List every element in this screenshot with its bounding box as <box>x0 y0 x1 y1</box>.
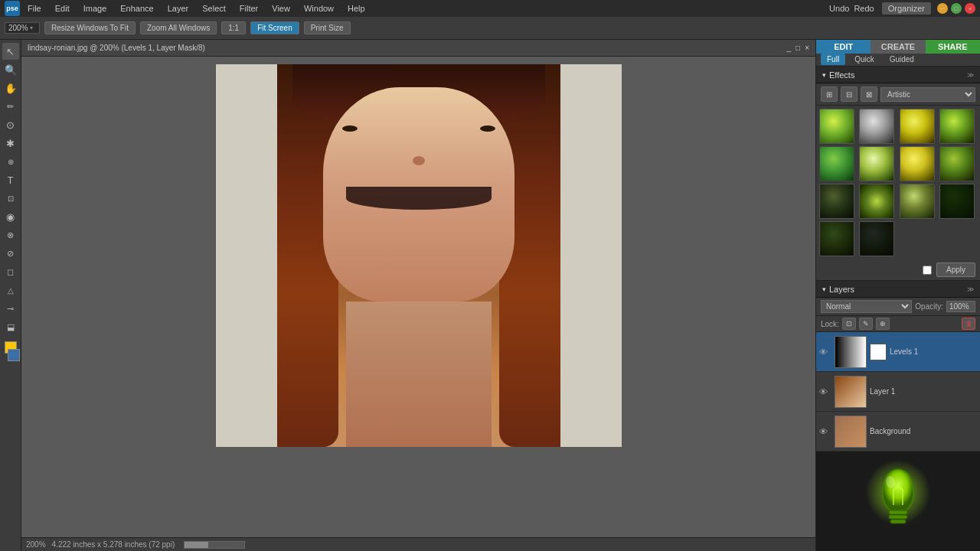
view-modes: Full Quick Guided <box>816 54 980 67</box>
canvas-wrapper[interactable] <box>21 57 815 537</box>
mouth <box>346 187 492 210</box>
shape-tool[interactable]: △ <box>2 282 19 298</box>
effect-thumb-14[interactable] <box>859 221 894 256</box>
effects-panel-toggle[interactable]: ≫ <box>967 71 974 79</box>
tab-share[interactable]: SHARE <box>926 40 980 54</box>
layer-row-levels1[interactable]: 👁 Levels 1 <box>816 332 980 372</box>
hand-tool[interactable]: ✋ <box>2 80 19 96</box>
lock-move-button[interactable]: ⊕ <box>876 318 890 330</box>
healing-tool[interactable]: ⊗ <box>2 227 19 243</box>
blend-mode-select[interactable]: Normal <box>821 300 912 313</box>
color-swatches <box>0 341 21 366</box>
effects-checkbox[interactable] <box>923 266 932 275</box>
layers-header[interactable]: ▾ Layers ≫ <box>816 281 980 298</box>
menu-image[interactable]: Image <box>80 2 110 15</box>
effect-thumb-13[interactable] <box>819 221 854 256</box>
minimize-button[interactable]: − <box>937 3 948 14</box>
zoom-level[interactable]: 200% ▾ <box>5 22 40 34</box>
tab-edit[interactable]: EDIT <box>816 40 871 54</box>
fit-screen-button[interactable]: Fit Screen <box>250 21 299 34</box>
close-button[interactable]: × <box>965 3 975 14</box>
progress-fill <box>185 542 208 548</box>
quick-select-tool[interactable]: ⊕ <box>2 153 19 170</box>
lock-transparent-button[interactable]: ⊡ <box>842 318 856 330</box>
document-title: lindsay-ronian.jpg @ 200% (Levels 1, Lay… <box>28 44 205 52</box>
effects-layer-icon[interactable]: ⊠ <box>861 86 877 102</box>
one-to-one-button[interactable]: 1:1 <box>221 21 246 34</box>
effects-all-icon[interactable]: ⊞ <box>821 86 838 102</box>
menu-help[interactable]: Help <box>345 2 368 15</box>
menu-bar: File Edit Image Enhance Layer Select Fil… <box>24 2 829 15</box>
view-quick[interactable]: Quick <box>848 54 880 65</box>
layer-name-layer1: Layer 1 <box>870 387 977 396</box>
lasso-tool[interactable]: ⊙ <box>2 116 19 133</box>
zoom-tool[interactable]: 🔍 <box>2 61 19 78</box>
menu-edit[interactable]: Edit <box>52 2 73 15</box>
effect-thumb-11[interactable] <box>900 184 935 219</box>
magic-wand-tool[interactable]: ✱ <box>2 135 19 152</box>
clone-tool[interactable]: ⊘ <box>2 245 19 262</box>
effect-thumb-5[interactable] <box>819 146 854 181</box>
layer-visibility-background[interactable]: 👁 <box>819 427 831 436</box>
layer-visibility-levels1[interactable]: 👁 <box>819 347 831 357</box>
background-color[interactable] <box>8 349 20 361</box>
resize-windows-button[interactable]: Resize Windows To Fit <box>44 21 136 34</box>
canvas-image <box>216 64 622 447</box>
maximize-button[interactable]: □ <box>951 3 962 14</box>
menu-file[interactable]: File <box>24 2 44 15</box>
text-tool[interactable]: T <box>2 171 19 188</box>
zoom-all-windows-button[interactable]: Zoom All Windows <box>140 21 217 34</box>
right-panel: EDIT CREATE SHARE Full Quick Guided ▾ Ef… <box>815 40 980 551</box>
paint-bucket-tool[interactable]: ⬓ <box>2 318 19 335</box>
menu-enhance[interactable]: Enhance <box>117 2 156 15</box>
layer-row-layer1[interactable]: 👁 Layer 1 <box>816 372 980 412</box>
undo-button[interactable]: Undo <box>829 4 849 13</box>
effect-thumb-1[interactable] <box>819 109 854 144</box>
tab-create[interactable]: CREATE <box>871 40 925 54</box>
apply-button[interactable]: Apply <box>936 262 975 277</box>
effect-thumb-8[interactable] <box>939 146 975 181</box>
menu-select[interactable]: Select <box>199 2 229 15</box>
effect-thumb-7[interactable] <box>900 146 935 181</box>
delete-layer-button[interactable]: 🗑 <box>962 318 975 330</box>
layers-panel-toggle[interactable]: ≫ <box>967 285 974 293</box>
effect-thumb-3[interactable] <box>900 109 935 144</box>
view-full[interactable]: Full <box>821 54 845 65</box>
eyedropper-tool[interactable]: ⊸ <box>2 300 19 317</box>
doc-close[interactable]: × <box>805 44 809 52</box>
redeye-tool[interactable]: ◉ <box>2 208 19 225</box>
redo-button[interactable]: Redo <box>854 4 874 13</box>
eraser-tool[interactable]: ◻ <box>2 263 19 280</box>
titlebar: pse File Edit Image Enhance Layer Select… <box>0 0 980 17</box>
layers-list: 👁 Levels 1 👁 Layer 1 👁 Ba <box>816 332 980 452</box>
effect-thumb-2[interactable] <box>859 109 894 144</box>
move-tool[interactable]: ↖ <box>2 43 19 60</box>
effects-category-select[interactable]: Artistic <box>880 87 975 102</box>
brush-tool[interactable]: ✏ <box>2 98 19 115</box>
menu-window[interactable]: Window <box>301 2 337 15</box>
crop-tool[interactable]: ⊡ <box>2 190 19 207</box>
effect-thumb-10[interactable] <box>859 184 894 219</box>
layer-row-background[interactable]: 👁 Background <box>816 412 980 452</box>
effect-thumb-12[interactable] <box>939 184 975 219</box>
effect-thumb-4[interactable] <box>939 109 975 144</box>
effects-panel: ▾ Effects ≫ ⊞ ⊟ ⊠ Artistic <box>816 67 980 281</box>
doc-minimize[interactable]: _ <box>787 44 792 52</box>
effects-filter-icon[interactable]: ⊟ <box>841 86 858 102</box>
photo-inner <box>277 64 560 447</box>
menu-filter[interactable]: Filter <box>237 2 261 15</box>
opacity-input[interactable] <box>946 301 975 312</box>
view-guided[interactable]: Guided <box>884 54 920 65</box>
organizer-button[interactable]: Organizer <box>882 2 931 15</box>
lock-paint-button[interactable]: ✎ <box>859 318 873 330</box>
effect-thumb-9[interactable] <box>819 184 854 219</box>
menu-layer[interactable]: Layer <box>165 2 192 15</box>
layer-visibility-layer1[interactable]: 👁 <box>819 387 831 396</box>
effects-toolbar: ⊞ ⊟ ⊠ Artistic <box>816 83 980 106</box>
effects-title: Effects <box>829 70 854 80</box>
print-size-button[interactable]: Print Size <box>304 21 351 34</box>
doc-maximize[interactable]: □ <box>795 44 800 52</box>
menu-view[interactable]: View <box>269 2 293 15</box>
effects-header[interactable]: ▾ Effects ≫ <box>816 67 980 83</box>
effect-thumb-6[interactable] <box>859 146 894 181</box>
